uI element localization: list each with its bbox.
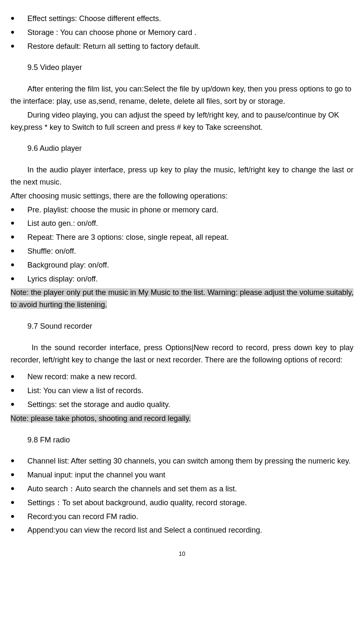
paragraph: In the sound recorder interface, press O… xyxy=(11,342,353,366)
note-recorder: Note: please take photos, shooting and r… xyxy=(11,413,353,425)
list-item: Repeat: There are 3 options: close, sing… xyxy=(11,231,353,244)
list-item: Append:you can view the record list and … xyxy=(11,524,353,536)
list-item: Storage : You can choose phone or Memory… xyxy=(11,27,353,39)
list-item: New record: make a new record. xyxy=(11,371,353,383)
paragraph: In the audio player interface, press up … xyxy=(11,164,353,188)
list-item: Settings：To set about background, audio … xyxy=(11,497,353,509)
list-item: Restore default: Return all setting to f… xyxy=(11,40,353,53)
fm-radio-list: Channel list: After setting 30 channels,… xyxy=(11,455,353,536)
paragraph: After choosing music settings, there are… xyxy=(11,190,353,202)
note-text: Note: the player only put the music in M… xyxy=(11,288,353,309)
list-item: Effect settings: Choose different effect… xyxy=(11,13,353,25)
heading-9-6: 9.6 Audio player xyxy=(27,142,353,155)
list-item: Shuffle: on/off. xyxy=(11,245,353,257)
audio-settings-list: Pre. playlist: choose the music in phone… xyxy=(11,204,353,285)
list-item: List auto gen.: on/off. xyxy=(11,217,353,230)
paragraph: After entering the film list, you can:Se… xyxy=(11,83,353,107)
note-text: Note: please take photos, shooting and r… xyxy=(11,414,191,423)
heading-9-7: 9.7 Sound recorder xyxy=(27,320,353,332)
heading-9-5: 9.5 Video player xyxy=(27,62,353,74)
list-item: Lyrics display: on/off. xyxy=(11,273,353,285)
top-bullet-list: Effect settings: Choose different effect… xyxy=(11,13,353,52)
note-audio: Note: the player only put the music in M… xyxy=(11,287,353,311)
heading-9-8: 9.8 FM radio xyxy=(27,434,353,446)
list-item: Background play: on/off. xyxy=(11,259,353,271)
list-item: Manual input: input the channel you want xyxy=(11,469,353,481)
list-item: Pre. playlist: choose the music in phone… xyxy=(11,204,353,216)
page-number: 10 xyxy=(11,549,353,558)
list-item: List: You can view a list of records. xyxy=(11,385,353,397)
list-item: Settings: set the storage and audio qual… xyxy=(11,399,353,411)
paragraph: During video playing, you can adjust the… xyxy=(11,109,353,134)
recorder-options-list: New record: make a new record. List: You… xyxy=(11,371,353,410)
list-item: Channel list: After setting 30 channels,… xyxy=(11,455,353,467)
list-item: Auto search：Auto search the channels and… xyxy=(11,483,353,495)
list-item: Record:you can record FM radio. xyxy=(11,511,353,523)
